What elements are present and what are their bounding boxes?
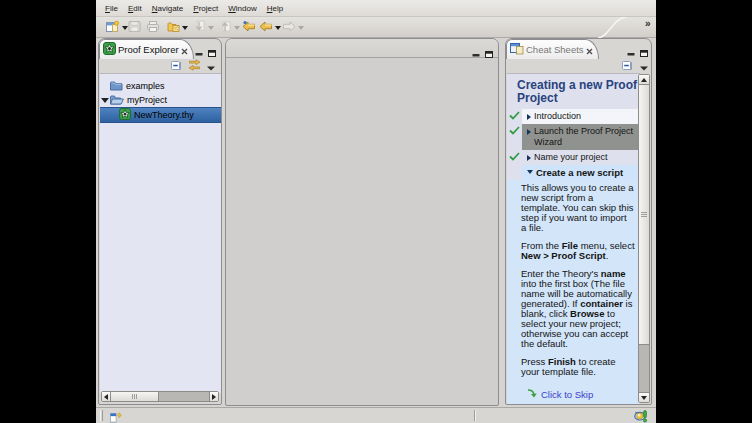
maximize-icon[interactable] (485, 44, 493, 62)
proof-explorer-icon (103, 41, 116, 59)
scroll-up-icon[interactable] (639, 75, 649, 85)
horizontal-scrollbar-thumb[interactable] (111, 392, 159, 401)
statusbar-wizard-icon (109, 410, 122, 423)
step-label: Create a new script (536, 167, 623, 178)
dropdown-arrow-icon[interactable] (208, 26, 214, 30)
open-folder-button[interactable] (167, 20, 188, 35)
previous-annotation-icon (219, 19, 232, 37)
proof-explorer-tree: examples myProject NewTheory.thy (100, 73, 222, 393)
toolbar-perspective-curve (596, 17, 632, 38)
scroll-down-icon[interactable] (639, 392, 649, 402)
cheat-sheets-tabstrip: Cheat Sheets (506, 39, 651, 59)
editor-area[interactable] (225, 38, 499, 406)
close-icon[interactable] (586, 41, 593, 59)
forward-button[interactable] (282, 20, 304, 35)
cheat-sheets-view: Cheat Sheets Creating a new Proof Projec… (505, 38, 652, 405)
proof-explorer-toolbar (99, 59, 221, 73)
check-icon (509, 126, 520, 137)
scroll-right-icon[interactable] (209, 392, 218, 401)
next-annotation-button[interactable] (193, 20, 214, 35)
expander-icon[interactable] (100, 98, 110, 103)
save-button[interactable] (128, 20, 141, 35)
statusbar-grip (100, 410, 103, 421)
collapsed-arrow-icon[interactable] (527, 129, 531, 135)
cheat-sheet-content: Creating a new Proof Project Introductio… (507, 73, 640, 404)
cheat-sheet-body: This allows you to create a new script f… (507, 180, 640, 404)
editor-tabstrip (226, 39, 498, 58)
back-icon (259, 19, 273, 37)
skip-arrow-icon (527, 388, 538, 400)
last-edit-location-icon (242, 19, 256, 37)
view-menu-icon[interactable] (640, 57, 648, 75)
updates-available-icon[interactable] (634, 409, 648, 423)
tab-cheat-sheets[interactable]: Cheat Sheets (506, 39, 599, 59)
expanded-arrow-icon[interactable] (527, 170, 533, 174)
forward-icon (282, 19, 296, 37)
menu-project[interactable]: Project (188, 2, 223, 15)
horizontal-scrollbar[interactable] (101, 391, 219, 402)
dropdown-arrow-icon[interactable] (275, 26, 281, 30)
collapsed-arrow-icon[interactable] (527, 114, 531, 120)
tree-item-newtheory[interactable]: NewTheory.thy (100, 107, 222, 123)
tab-proof-explorer-label: Proof Explorer (118, 44, 179, 55)
dropdown-arrow-icon[interactable] (234, 26, 240, 30)
dropdown-arrow-icon[interactable] (182, 26, 188, 30)
open-folder-icon (167, 19, 180, 37)
app-window: File Edit Navigate Project Window Help »… (96, 0, 656, 423)
tree-item-label: myProject (127, 95, 167, 105)
proof-explorer-tabstrip: Proof Explorer (99, 39, 221, 59)
scroll-left-icon[interactable] (102, 392, 111, 401)
cheat-paragraph: Press Finish to create your template fil… (521, 357, 636, 377)
menu-bar: File Edit Navigate Project Window Help (96, 0, 656, 17)
collapsed-arrow-icon[interactable] (527, 155, 531, 161)
click-to-skip-label: Click to Skip (541, 389, 593, 400)
vertical-scrollbar[interactable] (638, 74, 650, 403)
dropdown-arrow-icon[interactable] (298, 26, 304, 30)
back-button[interactable] (259, 20, 281, 35)
editor-minmax (472, 44, 493, 62)
cheat-sheets-toolbar (506, 59, 651, 73)
cheat-paragraph: From the File menu, select New > Proof S… (521, 241, 636, 261)
step-label: Name your project (534, 152, 608, 163)
vertical-scrollbar-thumb[interactable] (639, 85, 649, 345)
screen: File Edit Navigate Project Window Help »… (0, 0, 752, 423)
tab-proof-explorer[interactable]: Proof Explorer (99, 39, 194, 59)
step-launch-wizard[interactable]: Launch the Proof Project Wizard (522, 124, 639, 150)
theory-file-icon (119, 108, 131, 122)
open-folder-icon (110, 94, 124, 107)
minimize-icon[interactable] (472, 44, 480, 62)
menu-edit[interactable]: Edit (123, 2, 147, 15)
tree-item-myproject[interactable]: myProject (100, 93, 222, 107)
cheat-sheets-icon (510, 41, 524, 59)
tree-item-examples[interactable]: examples (100, 79, 222, 93)
perspective-overflow-chevron[interactable]: » (645, 18, 651, 29)
menu-window[interactable]: Window (223, 2, 261, 15)
step-name-project[interactable]: Name your project (522, 150, 639, 165)
cheat-sheet-title: Creating a new Proof Project (517, 79, 640, 105)
workbench-area: Proof Explorer (96, 38, 656, 407)
last-edit-location-button[interactable] (242, 20, 256, 35)
close-icon[interactable] (181, 41, 188, 59)
menu-help[interactable]: Help (262, 2, 288, 15)
step-create-script[interactable]: Create a new script (522, 165, 639, 180)
save-icon (128, 19, 141, 37)
new-wizard-icon (106, 19, 120, 37)
menu-file[interactable]: File (100, 2, 123, 15)
menu-navigate[interactable]: Navigate (147, 2, 189, 15)
check-icon (509, 152, 520, 163)
cheat-sheet-steps: Introduction Launch the Proof Project Wi… (507, 109, 640, 180)
step-label: Launch the Proof Project Wizard (534, 126, 639, 148)
new-wizard-button[interactable] (106, 20, 128, 35)
cheat-paragraph: Enter the Theory's name into the first b… (521, 269, 636, 349)
step-label: Introduction (534, 111, 581, 122)
tree-item-label: examples (126, 81, 165, 91)
click-to-skip-link[interactable]: Click to Skip (521, 385, 636, 404)
tool-bar: » (96, 17, 656, 38)
tree-item-label: NewTheory.thy (134, 110, 194, 120)
print-button[interactable] (146, 20, 160, 35)
statusbar-separator (474, 410, 476, 421)
step-introduction[interactable]: Introduction (522, 109, 639, 124)
previous-annotation-button[interactable] (219, 20, 240, 35)
closed-folder-icon (110, 80, 123, 93)
proof-explorer-view: Proof Explorer (98, 38, 222, 405)
